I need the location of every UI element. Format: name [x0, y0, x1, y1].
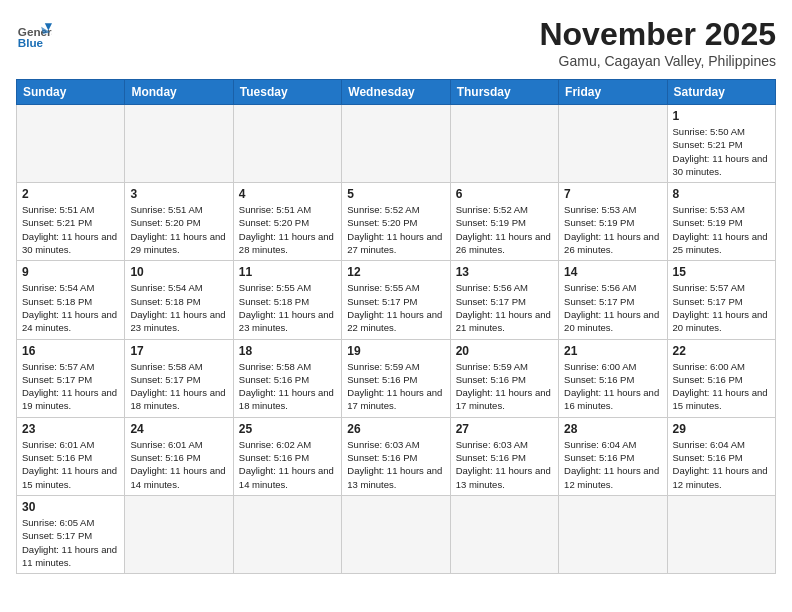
- logo: General Blue: [16, 16, 52, 52]
- day-24: 24 Sunrise: 6:01 AMSunset: 5:16 PMDaylig…: [125, 417, 233, 495]
- header-wednesday: Wednesday: [342, 80, 450, 105]
- location: Gamu, Cagayan Valley, Philippines: [539, 53, 776, 69]
- day-8: 8 Sunrise: 5:53 AMSunset: 5:19 PMDayligh…: [667, 183, 775, 261]
- day-11: 11 Sunrise: 5:55 AMSunset: 5:18 PMDaylig…: [233, 261, 341, 339]
- weekday-header-row: Sunday Monday Tuesday Wednesday Thursday…: [17, 80, 776, 105]
- day-12: 12 Sunrise: 5:55 AMSunset: 5:17 PMDaylig…: [342, 261, 450, 339]
- day-28: 28 Sunrise: 6:04 AMSunset: 5:16 PMDaylig…: [559, 417, 667, 495]
- header-saturday: Saturday: [667, 80, 775, 105]
- day-4: 4 Sunrise: 5:51 AMSunset: 5:20 PMDayligh…: [233, 183, 341, 261]
- calendar-table: Sunday Monday Tuesday Wednesday Thursday…: [16, 79, 776, 574]
- empty-cell: [450, 105, 558, 183]
- day-13: 13 Sunrise: 5:56 AMSunset: 5:17 PMDaylig…: [450, 261, 558, 339]
- empty-cell: [342, 105, 450, 183]
- day-6: 6 Sunrise: 5:52 AMSunset: 5:19 PMDayligh…: [450, 183, 558, 261]
- svg-text:Blue: Blue: [18, 36, 44, 49]
- header-monday: Monday: [125, 80, 233, 105]
- calendar-row-3: 9 Sunrise: 5:54 AMSunset: 5:18 PMDayligh…: [17, 261, 776, 339]
- day-3: 3 Sunrise: 5:51 AMSunset: 5:20 PMDayligh…: [125, 183, 233, 261]
- calendar-row-1: 1 Sunrise: 5:50 AMSunset: 5:21 PMDayligh…: [17, 105, 776, 183]
- empty-cell: [125, 105, 233, 183]
- header-friday: Friday: [559, 80, 667, 105]
- calendar-row-2: 2 Sunrise: 5:51 AMSunset: 5:21 PMDayligh…: [17, 183, 776, 261]
- header-thursday: Thursday: [450, 80, 558, 105]
- day-17: 17 Sunrise: 5:58 AMSunset: 5:17 PMDaylig…: [125, 339, 233, 417]
- day-1: 1 Sunrise: 5:50 AMSunset: 5:21 PMDayligh…: [667, 105, 775, 183]
- day-29: 29 Sunrise: 6:04 AMSunset: 5:16 PMDaylig…: [667, 417, 775, 495]
- day-9: 9 Sunrise: 5:54 AMSunset: 5:18 PMDayligh…: [17, 261, 125, 339]
- day-22: 22 Sunrise: 6:00 AMSunset: 5:16 PMDaylig…: [667, 339, 775, 417]
- day-30: 30 Sunrise: 6:05 AMSunset: 5:17 PMDaylig…: [17, 495, 125, 573]
- page-header: General Blue November 2025 Gamu, Cagayan…: [16, 16, 776, 69]
- day-7: 7 Sunrise: 5:53 AMSunset: 5:19 PMDayligh…: [559, 183, 667, 261]
- day-19: 19 Sunrise: 5:59 AMSunset: 5:16 PMDaylig…: [342, 339, 450, 417]
- calendar-row-6: 30 Sunrise: 6:05 AMSunset: 5:17 PMDaylig…: [17, 495, 776, 573]
- day-10: 10 Sunrise: 5:54 AMSunset: 5:18 PMDaylig…: [125, 261, 233, 339]
- empty-cell: [125, 495, 233, 573]
- day-16: 16 Sunrise: 5:57 AMSunset: 5:17 PMDaylig…: [17, 339, 125, 417]
- empty-cell: [233, 105, 341, 183]
- header-sunday: Sunday: [17, 80, 125, 105]
- empty-cell: [342, 495, 450, 573]
- day-15: 15 Sunrise: 5:57 AMSunset: 5:17 PMDaylig…: [667, 261, 775, 339]
- month-title: November 2025: [539, 16, 776, 53]
- empty-cell: [667, 495, 775, 573]
- day-18: 18 Sunrise: 5:58 AMSunset: 5:16 PMDaylig…: [233, 339, 341, 417]
- day-20: 20 Sunrise: 5:59 AMSunset: 5:16 PMDaylig…: [450, 339, 558, 417]
- day-5: 5 Sunrise: 5:52 AMSunset: 5:20 PMDayligh…: [342, 183, 450, 261]
- day-21: 21 Sunrise: 6:00 AMSunset: 5:16 PMDaylig…: [559, 339, 667, 417]
- logo-icon: General Blue: [16, 16, 52, 52]
- day-27: 27 Sunrise: 6:03 AMSunset: 5:16 PMDaylig…: [450, 417, 558, 495]
- day-2: 2 Sunrise: 5:51 AMSunset: 5:21 PMDayligh…: [17, 183, 125, 261]
- calendar-row-4: 16 Sunrise: 5:57 AMSunset: 5:17 PMDaylig…: [17, 339, 776, 417]
- day-14: 14 Sunrise: 5:56 AMSunset: 5:17 PMDaylig…: [559, 261, 667, 339]
- empty-cell: [233, 495, 341, 573]
- day-23: 23 Sunrise: 6:01 AMSunset: 5:16 PMDaylig…: [17, 417, 125, 495]
- empty-cell: [559, 105, 667, 183]
- empty-cell: [450, 495, 558, 573]
- empty-cell: [17, 105, 125, 183]
- empty-cell: [559, 495, 667, 573]
- header-tuesday: Tuesday: [233, 80, 341, 105]
- title-area: November 2025 Gamu, Cagayan Valley, Phil…: [539, 16, 776, 69]
- day-26: 26 Sunrise: 6:03 AMSunset: 5:16 PMDaylig…: [342, 417, 450, 495]
- calendar-row-5: 23 Sunrise: 6:01 AMSunset: 5:16 PMDaylig…: [17, 417, 776, 495]
- day-25: 25 Sunrise: 6:02 AMSunset: 5:16 PMDaylig…: [233, 417, 341, 495]
